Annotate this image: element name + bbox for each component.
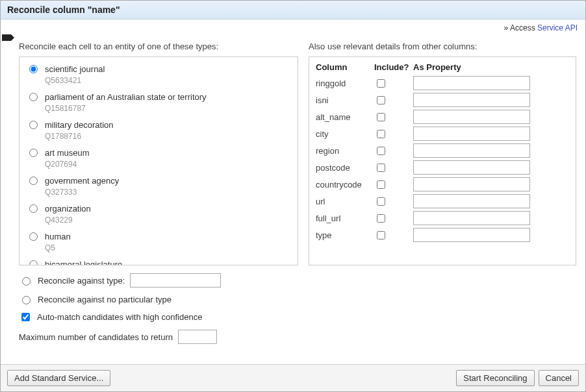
- type-radio[interactable]: [29, 93, 38, 101]
- type-item[interactable]: parliament of an Australian state or ter…: [22, 89, 295, 117]
- include-checkbox[interactable]: [377, 96, 385, 104]
- col-header: Column: [316, 62, 374, 72]
- details-row: ringgold: [316, 76, 569, 90]
- include-checkbox[interactable]: [377, 164, 385, 172]
- type-name: art museum: [45, 147, 90, 159]
- type-qid: Q43229: [45, 215, 91, 226]
- type-text: scientific journalQ5633421: [45, 64, 105, 86]
- details-row: countrycode: [316, 177, 569, 191]
- as-property-input[interactable]: [413, 127, 530, 141]
- type-radio[interactable]: [29, 204, 38, 213]
- type-item[interactable]: organizationQ43229: [22, 201, 295, 228]
- type-radio[interactable]: [29, 232, 38, 241]
- column-name: alt_name: [316, 112, 374, 122]
- include-checkbox[interactable]: [377, 214, 385, 223]
- column-name: postcode: [316, 163, 374, 173]
- type-radio[interactable]: [29, 65, 38, 73]
- type-text: military decorationQ1788716: [45, 119, 114, 142]
- type-text: humanQ5: [45, 231, 71, 254]
- as-property-input[interactable]: [413, 110, 530, 124]
- details-row: url: [316, 194, 569, 208]
- type-name: scientific journal: [45, 64, 105, 75]
- include-checkbox[interactable]: [377, 113, 385, 121]
- type-item[interactable]: art museumQ207694: [22, 145, 295, 173]
- type-radio[interactable]: [29, 177, 38, 185]
- column-name: url: [316, 197, 374, 206]
- type-item[interactable]: bicameral legislatureQ189445: [22, 256, 295, 265]
- include-checkbox[interactable]: [377, 130, 385, 138]
- include-checkbox[interactable]: [377, 197, 385, 206]
- include-checkbox[interactable]: [377, 180, 385, 189]
- no-type-row: Reconcile against no particular type: [19, 294, 298, 304]
- type-item[interactable]: scientific journalQ5633421: [22, 61, 295, 89]
- as-property-input[interactable]: [413, 228, 530, 242]
- type-text: organizationQ43229: [45, 203, 91, 226]
- as-property-input[interactable]: [413, 76, 530, 90]
- type-text: art museumQ207694: [45, 147, 90, 170]
- column-name: type: [316, 230, 374, 240]
- type-item[interactable]: military decorationQ1788716: [22, 117, 295, 145]
- service-api-link[interactable]: Service API: [537, 23, 578, 32]
- right-column: Also use relevant details from other col…: [309, 39, 576, 360]
- type-name: organization: [45, 203, 91, 215]
- no-type-label: Reconcile against no particular type: [38, 295, 172, 304]
- include-checkbox[interactable]: [377, 231, 385, 239]
- details-box: Column Include? As Property ringgoldisni…: [309, 56, 576, 265]
- type-qid: Q327333: [45, 187, 119, 198]
- as-property-input[interactable]: [413, 211, 530, 225]
- type-radio[interactable]: [29, 121, 38, 129]
- cancel-button[interactable]: Cancel: [539, 370, 579, 386]
- automatch-label: Auto-match candidates with high confiden…: [37, 312, 202, 322]
- type-qid: Q5633421: [45, 75, 105, 86]
- left-column: Reconcile each cell to an entity of one …: [19, 39, 298, 360]
- as-property-input[interactable]: [413, 160, 530, 175]
- details-row: isni: [316, 93, 569, 107]
- type-name: parliament of an Australian state or ter…: [45, 92, 207, 103]
- type-qid: Q5: [45, 243, 71, 254]
- details-row: full_url: [316, 211, 569, 225]
- column-name: ringgold: [316, 79, 374, 88]
- as-property-input[interactable]: [413, 93, 530, 107]
- type-list[interactable]: scientific journalQ5633421parliament of …: [19, 56, 298, 265]
- asprop-header: As Property: [413, 62, 569, 72]
- tag-icon: [2, 34, 11, 41]
- details-row: postcode: [316, 160, 569, 175]
- type-item[interactable]: humanQ5: [22, 228, 295, 256]
- details-header: Column Include? As Property: [316, 62, 569, 72]
- as-property-input[interactable]: [413, 177, 530, 191]
- automatch-row: Auto-match candidates with high confiden…: [19, 311, 298, 323]
- against-type-radio[interactable]: [22, 277, 31, 286]
- against-type-label: Reconcile against type:: [38, 276, 125, 286]
- max-candidates-label: Maximum number of candidates to return: [19, 332, 173, 342]
- include-checkbox[interactable]: [377, 147, 385, 155]
- type-radio[interactable]: [29, 260, 38, 265]
- under-list: Reconcile against type: Reconcile agains…: [19, 273, 298, 350]
- max-candidates-input[interactable]: [178, 330, 217, 344]
- type-name: human: [45, 231, 71, 243]
- include-checkbox[interactable]: [377, 79, 385, 88]
- type-qid: Q15816787: [45, 103, 207, 114]
- type-radio[interactable]: [29, 149, 38, 157]
- start-reconciling-button[interactable]: Start Reconciling: [456, 370, 534, 386]
- column-name: city: [316, 129, 374, 139]
- against-type-row: Reconcile against type:: [19, 273, 298, 288]
- as-property-input[interactable]: [413, 143, 530, 158]
- no-type-radio[interactable]: [22, 296, 31, 304]
- max-candidates-row: Maximum number of candidates to return: [19, 330, 298, 344]
- type-name: bicameral legislature: [45, 259, 122, 265]
- as-property-input[interactable]: [413, 194, 530, 208]
- add-service-button[interactable]: Add Standard Service...: [7, 370, 110, 386]
- type-qid: Q1788716: [45, 131, 114, 142]
- dialog-footer: Add Standard Service... Start Reconcilin…: [1, 364, 585, 391]
- type-text: government agencyQ327333: [45, 175, 119, 198]
- access-prefix: » Access: [504, 23, 537, 32]
- details-row: city: [316, 127, 569, 141]
- against-type-input[interactable]: [130, 273, 221, 288]
- column-name: isni: [316, 95, 374, 105]
- column-name: countrycode: [316, 180, 374, 190]
- service-api-row: » Access Service API: [1, 19, 585, 32]
- automatch-checkbox[interactable]: [21, 313, 30, 321]
- type-name: government agency: [45, 175, 119, 187]
- details-row: type: [316, 228, 569, 242]
- type-item[interactable]: government agencyQ327333: [22, 173, 295, 201]
